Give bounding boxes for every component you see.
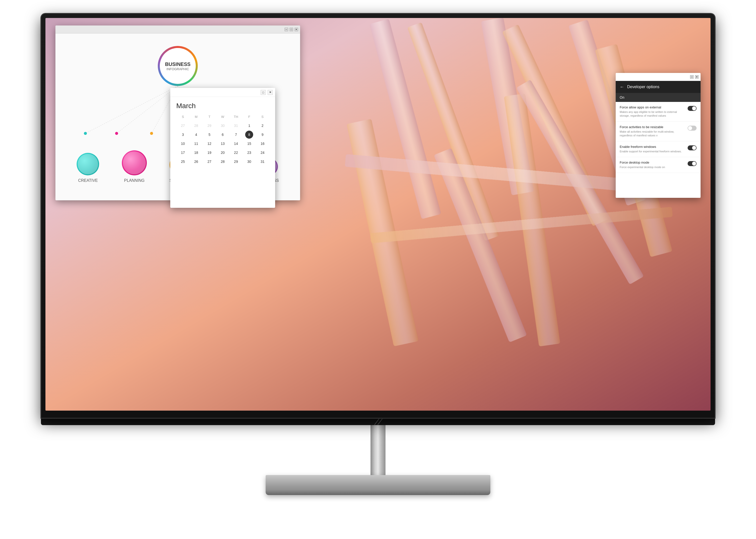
cal-day[interactable]: 16 — [256, 140, 269, 148]
cal-day[interactable]: 9 — [256, 131, 269, 139]
devopt-item-1: Force allow apps on external Makes any a… — [616, 102, 701, 121]
devopt-on-label: On — [620, 95, 624, 100]
planning-label: PLANNING — [124, 178, 145, 183]
cal-day[interactable]: 13 — [216, 140, 229, 148]
devopt-item-3: Enable freeform windows Enable support f… — [616, 141, 701, 157]
devopt-item-2: Force activities to be resizable Make al… — [616, 121, 701, 141]
cal-day[interactable]: 29 — [230, 158, 243, 166]
svg-point-18 — [84, 132, 87, 135]
cal-day[interactable]: 24 — [256, 149, 269, 157]
cal-day[interactable]: 19 — [203, 149, 216, 157]
cal-day[interactable]: 26 — [189, 158, 203, 166]
devopt-item-4-text: Force desktop mode Force experimental de… — [620, 161, 685, 169]
devopt-item-1-desc: Makes any app eligible to be written to … — [620, 110, 685, 118]
cal-day[interactable]: 27 — [203, 158, 216, 166]
cal-day[interactable]: 2 — [256, 121, 269, 130]
cal-week-4: 17 18 19 20 22 23 24 — [176, 149, 269, 157]
cal-day[interactable]: 20 — [216, 149, 229, 157]
cal-day[interactable]: 5 — [203, 131, 216, 139]
cal-day[interactable]: 3 — [176, 131, 189, 139]
hp-logo: ╱╱ — [375, 419, 381, 425]
calendar-header-row: S M T W TH F S — [176, 114, 269, 119]
window-developer-options: □ ✕ ← Developer options On Force allow a… — [616, 73, 701, 198]
svg-point-19 — [115, 132, 118, 135]
devopt-item-4: Force desktop mode Force experimental de… — [616, 157, 701, 173]
devopt-close-button[interactable]: ✕ — [695, 75, 699, 79]
cal-header-s1: S — [176, 114, 189, 119]
cal-header-f: F — [243, 114, 256, 119]
calendar-content: March S M T W TH F S 27 — [170, 97, 275, 172]
cal-day[interactable]: 6 — [216, 131, 229, 139]
devopt-toggle-2[interactable] — [688, 126, 697, 131]
cal-day[interactable]: 18 — [189, 149, 203, 157]
svg-line-13 — [85, 86, 178, 133]
devopt-item-1-text: Force allow apps on external Makes any a… — [620, 106, 685, 118]
cal-day[interactable]: 14 — [230, 140, 243, 148]
cal-week-2: 3 4 5 6 7 8 9 — [176, 131, 269, 139]
devopt-item-3-title: Enable freeform windows — [620, 145, 685, 149]
screen: ─ □ ✕ BUSINESS INFOGRAPHIC — [45, 18, 711, 411]
main-circle-subtitle: INFOGRAPHIC — [167, 67, 189, 71]
cal-header-th: TH — [230, 114, 243, 119]
devopt-on-bar: On — [616, 93, 701, 102]
cal-day[interactable]: 4 — [189, 131, 203, 139]
svg-point-20 — [150, 132, 153, 135]
infographic-minimize-button[interactable]: ─ — [285, 28, 288, 31]
devopt-items-list: Force allow apps on external Makes any a… — [616, 102, 701, 198]
main-circle-title: BUSINESS — [165, 61, 190, 67]
cal-day[interactable]: 27 — [176, 121, 189, 130]
cal-day[interactable]: 7 — [230, 131, 243, 139]
cal-day-today[interactable]: 8 — [245, 131, 253, 139]
cal-header-m: M — [189, 114, 203, 119]
cal-header-t1: T — [203, 114, 216, 119]
infographic-titlebar: ─ □ ✕ — [55, 26, 300, 34]
calendar-grid: S M T W TH F S 27 28 29 — [176, 114, 269, 166]
cal-day[interactable]: 31 — [256, 158, 269, 166]
calendar-month: March — [176, 102, 269, 110]
devopt-item-3-text: Enable freeform windows Enable support f… — [620, 145, 685, 153]
cal-day[interactable]: 30 — [243, 158, 256, 166]
monitor-bezel: ─ □ ✕ BUSINESS INFOGRAPHIC — [41, 14, 715, 418]
cal-day[interactable]: 22 — [230, 149, 243, 157]
infographic-close-button[interactable]: ✕ — [295, 28, 298, 31]
cal-day[interactable]: 11 — [189, 140, 203, 148]
cal-day[interactable]: 28 — [216, 158, 229, 166]
devopt-item-4-desc: Force experimental desktop mode on — [620, 165, 685, 169]
infographic-item-creative: CREATIVE — [77, 153, 99, 183]
calendar-close-button[interactable]: ✕ — [268, 90, 273, 95]
svg-line-14 — [116, 86, 178, 133]
cal-day[interactable]: 15 — [243, 140, 256, 148]
cal-day[interactable]: 25 — [176, 158, 189, 166]
cal-day[interactable]: 30 — [216, 121, 229, 130]
devopt-toggle-1[interactable] — [688, 106, 697, 111]
cal-day[interactable]: 10 — [176, 140, 189, 148]
cal-day[interactable]: 28 — [189, 121, 203, 130]
devopt-toggle-4[interactable] — [688, 161, 697, 166]
devopt-item-2-text: Force activities to be resizable Make al… — [620, 125, 685, 138]
devopt-titlebar: □ ✕ — [616, 73, 701, 81]
devopt-back-button[interactable]: ← — [620, 84, 624, 90]
calendar-titlebar: □ ✕ — [170, 88, 275, 97]
monitor-stand-base — [266, 475, 490, 495]
cal-day[interactable]: 31 — [230, 121, 243, 130]
monitor-bottom-bar: ╱╱ — [41, 418, 715, 425]
cal-day[interactable]: 1 — [243, 121, 256, 130]
cal-day[interactable]: 17 — [176, 149, 189, 157]
cal-day[interactable]: 12 — [203, 140, 216, 148]
devopt-item-1-title: Force allow apps on external — [620, 106, 685, 109]
window-calendar: □ ✕ March S M T W TH F S — [170, 88, 275, 208]
devopt-toggle-3[interactable] — [688, 145, 697, 150]
devopt-item-4-title: Force desktop mode — [620, 161, 685, 164]
planning-circle — [122, 150, 147, 175]
devopt-item-2-title: Force activities to be resizable — [620, 125, 685, 129]
devopt-minimize-button[interactable]: □ — [690, 75, 694, 79]
devopt-title: Developer options — [627, 85, 659, 89]
cal-day[interactable]: 23 — [243, 149, 256, 157]
cal-header-s2: S — [256, 114, 269, 119]
infographic-maximize-button[interactable]: □ — [290, 28, 293, 31]
monitor: ─ □ ✕ BUSINESS INFOGRAPHIC — [29, 14, 727, 525]
cal-day[interactable]: 29 — [203, 121, 216, 130]
cal-week-5: 25 26 27 28 29 30 31 — [176, 158, 269, 166]
calendar-minimize-button[interactable]: □ — [261, 90, 266, 95]
creative-circle — [77, 153, 99, 175]
